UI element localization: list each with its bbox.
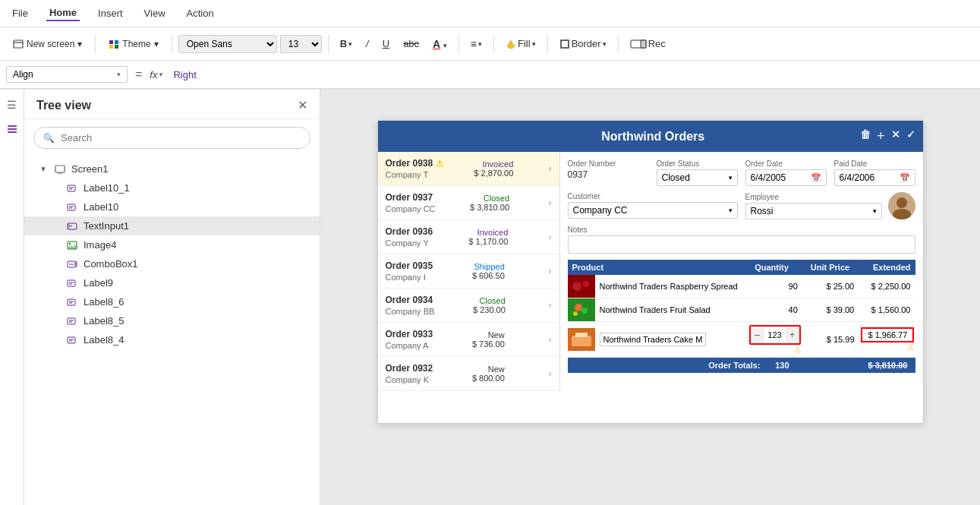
search-input[interactable] <box>61 132 301 144</box>
orders-list: Order 0938 ⚠ Company T Invoiced $ 2,870.… <box>378 152 560 391</box>
formula-equals: = <box>132 68 145 81</box>
layers-icon[interactable] <box>3 120 21 138</box>
tree-item-label: Label10 <box>84 201 118 213</box>
underline-button[interactable]: U <box>377 34 395 53</box>
border-button[interactable]: Border ▾ <box>554 34 612 53</box>
canvas-area: Northwind Orders 🗑 + ✕ ✓ Order 093 <box>320 90 980 505</box>
tree-panel: Tree view ✕ 🔍 ▼ Screen1 ▶ <box>24 90 320 505</box>
tree-item-image4[interactable]: ▶ Image4 <box>24 235 320 254</box>
new-screen-button[interactable]: New screen ▾ <box>6 35 89 53</box>
paid-date-input[interactable]: 6/4/2006 📅 <box>834 169 915 186</box>
notes-input[interactable] <box>568 235 915 254</box>
tree-item-label8-4[interactable]: ▶ Label8_4 <box>24 330 320 349</box>
cancel-button[interactable]: ✕ <box>891 128 900 144</box>
paid-date-label: Paid Date <box>834 159 915 168</box>
order-item-0932[interactable]: Order 0932 Company K New $ 800.00 › <box>378 357 559 391</box>
tree-item-label: Label8_6 <box>84 296 124 308</box>
menu-file[interactable]: File <box>9 6 31 21</box>
fill-button[interactable]: Fill ▾ <box>500 34 541 53</box>
order-amount: $ 2,870.00 <box>474 169 513 178</box>
font-color-button[interactable]: A ▾ <box>427 34 452 54</box>
delete-button[interactable]: 🗑 <box>860 128 871 144</box>
align-button[interactable]: ≡ ▾ <box>465 34 487 54</box>
confirm-button[interactable]: ✓ <box>906 128 915 144</box>
order-item-0933[interactable]: Order 0933 Company A New $ 736.00 › <box>378 323 559 357</box>
add-button[interactable]: + <box>877 128 885 144</box>
menu-home[interactable]: Home <box>46 5 80 21</box>
order-company: Company CC <box>386 204 436 213</box>
menu-insert[interactable]: Insert <box>95 6 126 21</box>
strikethrough-button[interactable]: abc <box>398 34 424 53</box>
order-item-0935[interactable]: Order 0935 Company I Shipped $ 606.50 › <box>378 254 559 289</box>
formula-fx-button[interactable]: fx ▾ <box>150 69 162 80</box>
order-company: Company BB <box>386 307 435 316</box>
order-date-input[interactable]: 6/4/2005 📅 <box>745 169 827 186</box>
menu-action[interactable]: Action <box>184 6 217 21</box>
tree-item-label10-1[interactable]: ▶ Label10_1 <box>24 178 320 197</box>
theme-chevron-icon: ▾ <box>154 39 159 49</box>
svg-rect-52 <box>575 333 588 337</box>
tree-item-label10[interactable]: ▶ Label10 <box>24 197 320 216</box>
order-arrow-icon: › <box>548 300 551 311</box>
tree-close-button[interactable]: ✕ <box>298 99 307 112</box>
order-item-0938[interactable]: Order 0938 ⚠ Company T Invoiced $ 2,870.… <box>378 152 559 186</box>
order-item-0936[interactable]: Order 0936 Company Y Invoiced $ 1,170.00… <box>378 220 559 254</box>
qty-warn-icon: ⚠ <box>794 346 801 354</box>
tree-item-label9[interactable]: ▶ Label9 <box>24 273 320 292</box>
order-amount: $ 1,170.00 <box>468 237 508 246</box>
font-family-select[interactable]: Open Sans <box>178 35 277 53</box>
product-qty-2: – 123 + ⚠ <box>748 322 802 357</box>
svg-rect-10 <box>8 128 17 130</box>
app-body: Order 0938 ⚠ Company T Invoiced $ 2,870.… <box>378 152 923 391</box>
formula-name-box[interactable]: Align ▾ <box>6 66 128 83</box>
order-arrow-icon: › <box>549 232 552 242</box>
rec-button[interactable]: Rec <box>625 34 671 53</box>
product-row-1: Northwind Traders Fruit Salad 40 $ 39.00… <box>568 298 915 322</box>
italic-button[interactable]: / <box>361 34 374 53</box>
customer-dropdown[interactable]: Company CC ▾ <box>568 202 738 219</box>
quantity-stepper[interactable]: – 123 + <box>749 325 801 345</box>
tree-item-textinput1[interactable]: ▶ TextInput1 <box>24 216 320 235</box>
product-thumb-2 <box>568 328 595 351</box>
app-header-actions: 🗑 + ✕ ✓ <box>860 128 915 144</box>
order-amount: $ 230.00 <box>473 305 506 314</box>
product-ext-error: $ 1,966.77 <box>861 327 914 342</box>
tree-item-label8-6[interactable]: ▶ Label8_6 <box>24 292 320 311</box>
stepper-increment-button[interactable]: + <box>786 327 799 343</box>
svg-point-47 <box>575 304 582 311</box>
order-item-0934[interactable]: Order 0934 Company BB Closed $ 230.00 › <box>378 289 559 323</box>
svg-rect-37 <box>68 337 75 343</box>
tree-item-label8-5[interactable]: ▶ Label8_5 <box>24 311 320 330</box>
stepper-decrement-button[interactable]: – <box>751 327 764 343</box>
order-item-0937[interactable]: Order 0937 Company CC Closed $ 3,810.00 … <box>378 186 559 220</box>
tree-item-combobox1[interactable]: ▶ ComboBox1 <box>24 254 320 273</box>
theme-button[interactable]: Theme ▾ <box>102 35 165 53</box>
tree-item-screen1[interactable]: ▼ Screen1 <box>24 159 320 178</box>
bold-button[interactable]: B ▾ <box>335 34 358 53</box>
order-number: Order 0932 <box>386 363 433 374</box>
hamburger-menu-icon[interactable]: ☰ <box>3 96 21 114</box>
divider-4 <box>458 35 459 53</box>
svg-rect-8 <box>641 40 646 48</box>
employee-dropdown[interactable]: Rossi ▾ <box>745 203 882 219</box>
product-thumb-1 <box>568 298 595 321</box>
product-name-input[interactable] <box>600 333 706 346</box>
menu-view[interactable]: View <box>141 6 169 21</box>
label-icon <box>65 316 79 327</box>
order-arrow-icon: › <box>549 163 552 174</box>
employee-field: Employee Rossi ▾ <box>745 192 915 219</box>
totals-qty: 130 <box>767 361 789 370</box>
product-row-0: Northwind Traders Raspberry Spread 90 $ … <box>568 275 915 298</box>
order-company: Company I <box>386 273 433 282</box>
fill-chevron-icon: ▾ <box>532 40 536 48</box>
svg-rect-11 <box>8 125 17 127</box>
detail-row-2: Customer Company CC ▾ Employee Rossi <box>568 192 915 219</box>
font-size-select[interactable]: 13 <box>280 35 322 53</box>
order-number: Order 0933 <box>386 329 433 339</box>
label-icon <box>65 335 79 346</box>
order-status-dropdown[interactable]: Closed ▾ <box>657 169 738 186</box>
order-status-label: Order Status <box>657 159 738 168</box>
search-icon: 🔍 <box>43 133 55 144</box>
paid-date-field: Paid Date 6/4/2006 📅 <box>834 159 915 186</box>
svg-rect-26 <box>75 261 77 267</box>
